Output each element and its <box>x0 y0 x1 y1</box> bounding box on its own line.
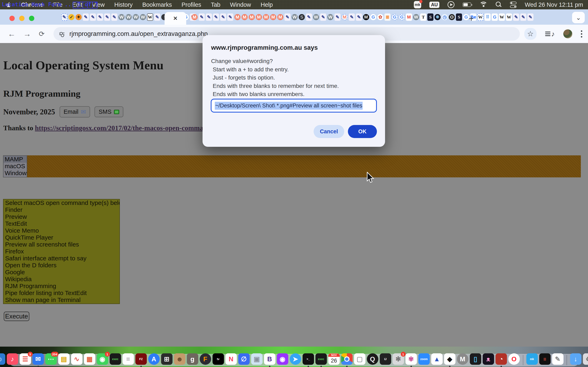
command-option[interactable]: Select macOS open command type(s) below … <box>3 200 120 206</box>
bookmark-star-wrap[interactable]: ☆ <box>524 28 536 40</box>
pinned-tab-favicon[interactable]: ✎ <box>285 13 291 21</box>
dock-icon-audio-app[interactable]: ||| <box>539 353 551 365</box>
pinned-tab-favicon[interactable]: G <box>492 13 498 21</box>
dock-icon-filezilla[interactable]: FZ <box>135 353 147 365</box>
dock-icon-chart-app[interactable]: ∿ <box>71 353 82 365</box>
dock-icon-gauge[interactable]: ◔ <box>495 353 507 365</box>
pinned-tab-favicon[interactable]: ✎ <box>61 13 67 21</box>
pinned-tab-favicon[interactable]: ✿ <box>377 14 383 20</box>
dock-icon-safari[interactable]: ➤ <box>290 353 301 365</box>
pinned-tab-favicon[interactable]: ✎ <box>227 13 233 21</box>
menu-history[interactable]: History <box>114 1 133 8</box>
pinned-tab-favicon[interactable]: ✎ <box>83 13 89 21</box>
pinned-tab-favicon[interactable]: O <box>449 14 455 20</box>
dock-icon-messages[interactable]: ⋯204 <box>45 353 57 365</box>
pinned-tab-favicon[interactable]: M <box>249 14 255 20</box>
prompt-input-field[interactable]: ~/Desktop/Screen\ Shot\ *.png#Preview al… <box>211 99 377 113</box>
dock-icon-no-sign[interactable]: ∅ <box>238 353 250 365</box>
pinned-tab-favicon[interactable]: M <box>234 14 241 20</box>
dock-icon-podcasts[interactable]: ◉ <box>277 353 288 365</box>
input-source-badge[interactable]: AU <box>429 2 439 8</box>
dock-icon-chrome[interactable] <box>341 353 353 365</box>
bookmark-star-icon[interactable]: ☆ <box>527 30 534 38</box>
open-command-select-list[interactable]: Select macOS open command type(s) below … <box>3 199 120 304</box>
pinned-tab-favicon[interactable]: M <box>191 14 198 20</box>
pinned-tab-favicon[interactable]: G <box>370 14 376 20</box>
sms-button[interactable]: SMS <box>95 106 123 117</box>
pinned-tab-favicon[interactable]: W <box>118 14 125 20</box>
dock-icon-kaleidoscope[interactable]: ▲ <box>431 353 443 365</box>
pinned-tab-favicon[interactable]: W <box>126 14 132 20</box>
dock-icon-calendar[interactable]: NOV26 <box>328 353 340 365</box>
dock-icon-calculator[interactable]: ⊞ <box>161 353 173 365</box>
pinned-tab-favicon[interactable]: W <box>292 14 298 20</box>
os-option-windows[interactable]: Windows <box>3 170 27 176</box>
scriptingosx-link[interactable]: https://scriptingosx.com/2017/02/the-mac… <box>35 124 213 132</box>
pinned-tab-favicon[interactable]: ✎ <box>334 13 341 21</box>
os-option-mamp[interactable]: MAMP <box>3 156 27 163</box>
pinned-tab-favicon[interactable]: ✎ <box>104 13 110 21</box>
active-tab[interactable]: ✕ <box>164 12 186 25</box>
pinned-tab-favicon[interactable]: W <box>477 13 484 21</box>
menu-window[interactable]: Window <box>230 1 251 8</box>
os-select-list[interactable]: MAMPmacOSWindows <box>3 155 27 177</box>
dock-icon-cat-app[interactable]: ᴥ <box>483 353 494 365</box>
command-option[interactable]: Google <box>3 269 120 276</box>
pinned-tab-favicon[interactable]: W <box>140 14 146 20</box>
dock-icon-exec-script-2[interactable]: exec <box>315 353 327 365</box>
pinned-tab-favicon[interactable]: W <box>313 14 319 20</box>
dock-icon-reminders[interactable]: ☰3 <box>20 353 31 365</box>
pinned-tab-favicon[interactable]: ◷ <box>442 14 448 20</box>
pinned-tab-favicon[interactable]: ✎ <box>97 13 103 21</box>
close-window-button[interactable] <box>9 16 15 21</box>
dock-icon-gimp[interactable]: g <box>187 353 198 365</box>
wifi-icon[interactable] <box>479 2 488 8</box>
reload-icon[interactable]: ⟳ <box>39 30 45 38</box>
pinned-tab-favicon[interactable]: ✎ <box>220 13 226 21</box>
url-text[interactable]: rjmprogramming.com.au/open_extravaganza.… <box>69 30 208 38</box>
execute-button[interactable]: Execute <box>4 312 29 321</box>
dock-icon-exec-script[interactable]: exec <box>110 353 121 365</box>
dock-icon-opera[interactable]: O <box>508 353 520 365</box>
pinned-tab-favicon[interactable]: ⠿ <box>484 13 491 21</box>
command-option[interactable]: Preview <box>3 213 120 220</box>
new-tab-button[interactable]: + <box>469 14 474 24</box>
pinned-tab-favicon[interactable]: ✎ <box>356 13 362 21</box>
command-option[interactable]: Finder <box>3 206 120 213</box>
dock-icon-quicktime[interactable]: Q <box>367 353 378 365</box>
menu-bar-clock[interactable]: Wed 26 Nov 12:11 pm <box>525 1 583 8</box>
pinned-tab-favicon[interactable]: ✎ <box>306 13 312 21</box>
dock-icon-contacts[interactable]: ☻ <box>174 353 185 365</box>
tab-search-chevron-button[interactable]: ⌄ <box>572 12 585 23</box>
dock-icon-libreoffice[interactable]: ▢ <box>354 353 365 365</box>
command-option[interactable]: Show man page in Terminal <box>3 296 120 303</box>
command-option[interactable]: Wikipedia <box>3 276 120 283</box>
pinned-tab-favicon[interactable]: M <box>256 14 262 20</box>
dock-icon-bbedit[interactable]: B <box>264 353 276 365</box>
pinned-tab-favicon[interactable]: ✎ <box>520 13 526 21</box>
chrome-menu-icon[interactable] <box>581 30 582 38</box>
profile-avatar[interactable] <box>563 29 572 38</box>
command-option[interactable]: QuickTime Player <box>3 234 120 241</box>
pinned-tab-favicon[interactable]: ✎ <box>199 13 205 21</box>
pinned-tab-favicon[interactable]: M <box>263 14 269 20</box>
dock-icon-trash[interactable]: ♻ <box>583 353 588 365</box>
pinned-tab-favicon[interactable]: ✎ <box>154 13 160 21</box>
command-option[interactable]: Pipe folder listing into TextEdit <box>3 290 120 296</box>
command-option[interactable]: Preview all screenshot files <box>3 241 120 248</box>
dock-icon-finder[interactable]: ☺ <box>0 353 5 365</box>
dock-icon-textedit[interactable]: ≡ <box>122 353 134 365</box>
pinned-tab-favicon[interactable]: S <box>299 14 305 20</box>
pinned-tab-favicon[interactable]: M <box>277 14 283 20</box>
now-playing-icon[interactable] <box>448 1 454 8</box>
dock-icon-zoom[interactable]: zoom <box>418 353 430 365</box>
dock-icon-mail[interactable]: ✉ <box>33 353 44 365</box>
pinned-tab-favicon[interactable]: ✎ <box>206 13 212 21</box>
pinned-tab-favicon[interactable]: ✎ <box>527 13 534 21</box>
zoom-window-button[interactable] <box>29 16 34 21</box>
pinned-tab-favicon[interactable]: ✦ <box>76 14 82 20</box>
pinned-tab-favicon[interactable]: ✎ <box>111 13 117 21</box>
dock-icon-facetime[interactable]: ◉1 <box>97 353 108 365</box>
pinned-tab-favicon[interactable]: T <box>420 13 426 21</box>
menu-profiles[interactable]: Profiles <box>182 1 201 8</box>
